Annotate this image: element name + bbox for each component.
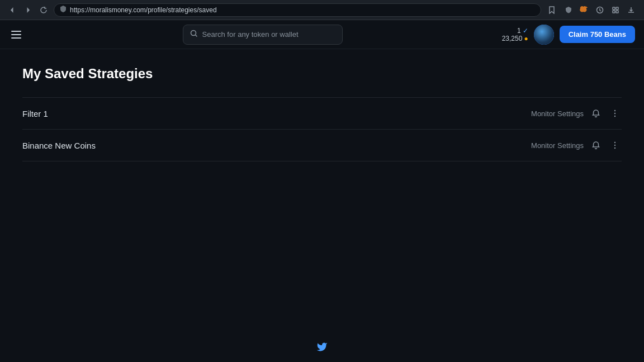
hamburger-line: [11, 31, 21, 32]
hamburger-menu-button[interactable]: [9, 28, 23, 41]
clock-extension-button[interactable]: [594, 4, 606, 16]
svg-point-7: [614, 113, 615, 114]
svg-point-9: [614, 142, 615, 143]
url-text: https://moralismoney.com/profile/strateg…: [70, 6, 217, 14]
strategy-actions: Monitor Settings: [531, 139, 622, 152]
svg-point-5: [191, 31, 196, 36]
search-placeholder-text: Search for any token or wallet: [202, 30, 299, 39]
check-icon: ✓: [523, 27, 528, 35]
back-button[interactable]: [7, 4, 18, 16]
twitter-icon[interactable]: [316, 344, 328, 355]
beans-counter: 1 ✓ 23,250 ●: [502, 27, 528, 42]
fox-extension-button[interactable]: [578, 4, 590, 16]
strategy-list: Filter 1 Monitor Settings: [22, 97, 622, 161]
strategy-actions: Monitor Settings: [531, 107, 622, 120]
svg-point-10: [614, 145, 615, 146]
footer: [316, 341, 328, 355]
search-bar[interactable]: Search for any token or wallet: [183, 25, 343, 45]
monitor-settings-label: Monitor Settings: [531, 109, 584, 118]
svg-point-6: [614, 110, 615, 111]
forward-button[interactable]: [22, 4, 34, 16]
coin-icon: ●: [524, 35, 528, 42]
svg-rect-1: [613, 7, 615, 9]
more-options-button[interactable]: [608, 139, 622, 152]
browser-chrome: https://moralismoney.com/profile/strateg…: [0, 0, 644, 20]
puzzle-extension-button[interactable]: [609, 4, 622, 16]
svg-rect-4: [616, 11, 618, 13]
main-content: My Saved Strategies Filter 1 Monitor Set…: [0, 49, 644, 178]
svg-rect-3: [613, 11, 615, 13]
search-icon: [190, 30, 198, 39]
strategy-name: Binance New Coins: [22, 141, 96, 150]
refresh-button[interactable]: [38, 4, 49, 16]
url-bar[interactable]: https://moralismoney.com/profile/strateg…: [54, 3, 541, 17]
monitor-bell-button[interactable]: [589, 139, 603, 152]
strategy-name: Filter 1: [22, 109, 48, 118]
page-title: My Saved Strategies: [22, 66, 622, 82]
avatar-image: [534, 25, 554, 45]
bookmark-button[interactable]: [546, 4, 558, 16]
app-header: Search for any token or wallet 1 ✓ 23,25…: [0, 20, 644, 49]
svg-point-8: [614, 116, 615, 117]
browser-extension-buttons: [562, 4, 637, 16]
avatar[interactable]: [534, 25, 554, 45]
shield-extension-button[interactable]: [562, 4, 575, 16]
svg-rect-2: [616, 7, 618, 9]
strategy-row: Binance New Coins Monitor Settings: [22, 130, 622, 161]
beans-amount: 23,250: [502, 35, 523, 42]
claim-beans-button[interactable]: Claim 750 Beans: [560, 26, 635, 43]
hamburger-line: [11, 37, 21, 39]
hamburger-line: [11, 34, 21, 35]
monitor-settings-label: Monitor Settings: [531, 141, 584, 150]
beans-count: 1: [517, 27, 521, 35]
svg-point-11: [614, 147, 615, 149]
more-options-button[interactable]: [608, 107, 622, 120]
download-extension-button[interactable]: [625, 4, 637, 16]
header-right-section: 1 ✓ 23,250 ● Claim 750 Beans: [502, 25, 635, 45]
strategy-row: Filter 1 Monitor Settings: [22, 98, 622, 130]
monitor-bell-button[interactable]: [589, 107, 603, 120]
security-icon: [60, 6, 67, 14]
